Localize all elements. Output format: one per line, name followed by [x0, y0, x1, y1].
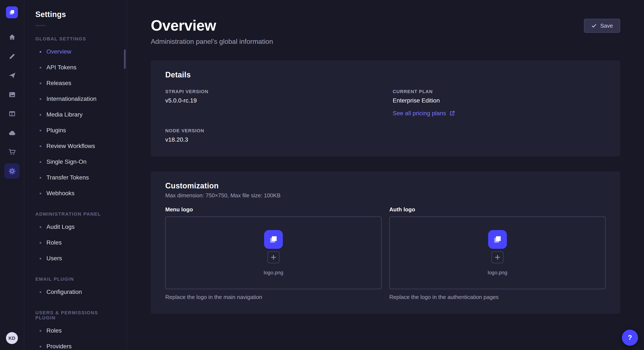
- sidebar-item-webhooks[interactable]: Webhooks: [24, 185, 126, 201]
- customization-card-subtitle: Max dimension: 750×750, Max file size: 1…: [165, 192, 606, 199]
- page-subtitle: Administration panel’s global informatio…: [151, 38, 273, 45]
- bullet-icon: [40, 330, 41, 332]
- sidebar-item-label: Review Workflows: [46, 142, 95, 150]
- current-plan-field: CURRENT PLAN Enterprise Edition See all …: [393, 89, 606, 117]
- bullet-icon: [40, 226, 41, 228]
- sidebar-scrollbar-thumb[interactable]: [124, 49, 126, 69]
- sidebar-item-api-tokens[interactable]: API Tokens: [24, 59, 126, 75]
- auth-logo-preview: [488, 230, 507, 249]
- sidebar-item-label: Users: [46, 254, 62, 262]
- menu-logo-preview: [264, 230, 283, 249]
- sidebar-item-admin-users[interactable]: Users: [24, 250, 126, 266]
- strapi-logo[interactable]: [6, 6, 18, 18]
- auth-logo-dropzone[interactable]: logo.png: [389, 216, 606, 289]
- sidebar-item-overview[interactable]: Overview: [24, 44, 126, 59]
- sidebar-item-audit-logs[interactable]: Audit Logs: [24, 219, 126, 235]
- pricing-plans-link[interactable]: See all pricing plans: [393, 110, 455, 117]
- user-avatar[interactable]: KD: [6, 332, 18, 344]
- content-manager-icon[interactable]: [4, 48, 20, 64]
- details-grid: STRAPI VERSION v5.0.0-rc.19 CURRENT PLAN…: [165, 89, 606, 143]
- plus-icon: [271, 255, 276, 260]
- strapi-logo-glyph: [268, 234, 279, 245]
- deploy-cloud-icon[interactable]: [4, 125, 20, 140]
- bullet-icon: [40, 130, 41, 131]
- bullet-icon: [40, 161, 41, 163]
- node-version-value: v18.20.3: [165, 136, 378, 143]
- auth-logo-filename: logo.png: [488, 270, 507, 276]
- sidebar-item-transfer-tokens[interactable]: Transfer Tokens: [24, 170, 126, 185]
- sidebar-item-admin-roles[interactable]: Roles: [24, 235, 126, 250]
- menu-logo-filename: logo.png: [264, 270, 283, 276]
- main-nav-rail: KD: [0, 0, 24, 350]
- plus-icon: [495, 255, 500, 260]
- sidebar-item-up-providers[interactable]: Providers: [24, 339, 126, 350]
- app-root: KD Settings GLOBAL SETTINGS Overview API…: [0, 0, 644, 350]
- content-wrapper: Overview Administration panel’s global i…: [127, 0, 644, 314]
- strapi-logo-glyph: [8, 8, 16, 16]
- settings-gear-icon[interactable]: [4, 163, 20, 178]
- home-icon[interactable]: [4, 29, 20, 45]
- sidebar-item-label: Overview: [46, 48, 71, 56]
- customization-card: Customization Max dimension: 750×750, Ma…: [151, 172, 620, 314]
- menu-logo-caption: Replace the logo in the main navigation: [165, 294, 382, 300]
- auth-logo-caption: Replace the logo in the authentication p…: [389, 294, 606, 300]
- settings-sidebar: Settings GLOBAL SETTINGS Overview API To…: [24, 0, 127, 350]
- bullet-icon: [40, 177, 41, 178]
- auth-logo-block: Auth logo: [389, 206, 606, 300]
- current-plan-label: CURRENT PLAN: [393, 89, 606, 94]
- bullet-icon: [40, 291, 41, 293]
- bullet-icon: [40, 346, 41, 347]
- sidebar-item-media-library[interactable]: Media Library: [24, 107, 126, 123]
- node-version-label: NODE VERSION: [165, 128, 378, 133]
- bullet-icon: [40, 257, 41, 259]
- bullet-icon: [40, 145, 41, 147]
- sidebar-item-plugins[interactable]: Plugins: [24, 123, 126, 138]
- content-type-builder-icon[interactable]: [4, 106, 20, 121]
- section-email-plugin: EMAIL PLUGIN: [24, 276, 126, 282]
- strapi-version-label: STRAPI VERSION: [165, 89, 378, 94]
- customization-card-title: Customization: [165, 181, 606, 190]
- rail-icon-list: [4, 29, 20, 178]
- releases-icon[interactable]: [4, 68, 20, 83]
- sidebar-item-single-sign-on[interactable]: Single Sign-On: [24, 154, 126, 170]
- sidebar-item-email-configuration[interactable]: Configuration: [24, 284, 126, 300]
- sidebar-item-label: Plugins: [46, 126, 66, 134]
- menu-logo-label: Menu logo: [165, 206, 382, 213]
- bullet-icon: [40, 192, 41, 194]
- section-global-settings: GLOBAL SETTINGS: [24, 36, 126, 41]
- sidebar-item-internationalization[interactable]: Internationalization: [24, 91, 126, 107]
- sidebar-item-label: Providers: [46, 342, 72, 350]
- sidebar-item-releases[interactable]: Releases: [24, 75, 126, 91]
- sidebar-item-label: API Tokens: [46, 63, 76, 71]
- bullet-icon: [40, 51, 41, 52]
- details-card-title: Details: [165, 71, 606, 80]
- menu-logo-block: Menu logo: [165, 206, 382, 300]
- strapi-logo-glyph: [492, 234, 503, 245]
- sidebar-title-divider: [35, 25, 46, 26]
- bullet-icon: [40, 114, 41, 116]
- bullet-icon: [40, 82, 41, 84]
- strapi-version-value: v5.0.0-rc.19: [165, 97, 378, 104]
- sidebar-item-label: Roles: [46, 239, 62, 247]
- logo-uploads: Menu logo: [165, 206, 606, 300]
- check-icon: [592, 23, 597, 28]
- sidebar-item-label: Media Library: [46, 111, 83, 119]
- menu-logo-add-button[interactable]: [268, 251, 280, 263]
- page-header-text: Overview Administration panel’s global i…: [151, 17, 273, 45]
- node-version-field: NODE VERSION v18.20.3: [165, 128, 378, 143]
- sidebar-item-label: Single Sign-On: [46, 158, 86, 166]
- marketplace-cart-icon[interactable]: [4, 144, 20, 160]
- menu-logo-dropzone[interactable]: logo.png: [165, 216, 382, 289]
- sidebar-title: Settings: [24, 10, 126, 19]
- bullet-icon: [40, 98, 41, 100]
- save-button[interactable]: Save: [584, 19, 620, 33]
- sidebar-item-label: Releases: [46, 79, 71, 87]
- sidebar-item-up-roles[interactable]: Roles: [24, 323, 126, 339]
- media-library-icon[interactable]: [4, 87, 20, 102]
- sidebar-item-review-workflows[interactable]: Review Workflows: [24, 138, 126, 154]
- bullet-icon: [40, 67, 41, 68]
- help-button[interactable]: ?: [622, 330, 638, 346]
- bullet-icon: [40, 242, 41, 243]
- main-content: Overview Administration panel’s global i…: [127, 0, 644, 350]
- auth-logo-add-button[interactable]: [492, 251, 504, 263]
